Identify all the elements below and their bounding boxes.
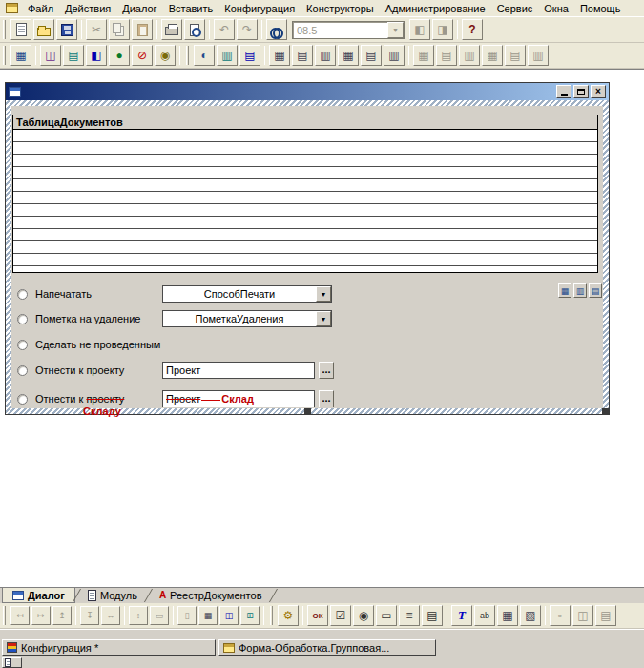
dropdown-arrow-icon[interactable]: ▼ [316, 286, 331, 302]
print-method-dropdown[interactable]: СпособПечати ▼ [162, 285, 332, 303]
users-button[interactable]: ◐ [194, 45, 215, 66]
close-button[interactable]: × [591, 85, 606, 98]
radio-deletion-mark[interactable] [17, 314, 28, 324]
grid-align-button-2[interactable]: ▥ [573, 283, 587, 298]
menu-actions[interactable]: Действия [59, 1, 116, 16]
object-action-button-1[interactable]: ▦ [413, 45, 434, 66]
tab-registry[interactable]: А РеестрДокументов [150, 588, 272, 603]
minimized-module-window[interactable] [2, 657, 22, 668]
zoom-dropdown-arrow-icon[interactable]: ▼ [387, 22, 404, 38]
state-button-3[interactable]: ◉ [155, 45, 176, 66]
help-button[interactable]: ? [462, 19, 483, 40]
tab-module[interactable]: Модуль [78, 588, 147, 603]
menu-administration[interactable]: Администрирование [380, 1, 491, 16]
insert-combobox-control[interactable]: ▤ [422, 605, 443, 626]
state-button-1[interactable]: ● [109, 45, 130, 66]
toolbar-grip[interactable] [270, 606, 273, 625]
object-action-button-2[interactable]: ▤ [436, 45, 457, 66]
form-resize-handle-bottom[interactable] [304, 408, 311, 414]
menu-configuration[interactable]: Конфигурация [218, 1, 301, 16]
project-field-corrected[interactable]: ПроектСклад [162, 390, 315, 407]
minimized-configuration-window[interactable]: Конфигурация * [2, 639, 216, 656]
object-action-button-3[interactable]: ▥ [459, 45, 480, 66]
menu-service[interactable]: Сервис [491, 1, 539, 16]
open-button[interactable] [33, 19, 54, 40]
menu-constructors[interactable]: Конструкторы [301, 1, 380, 16]
insert-checkbox-control[interactable]: ☑ [330, 605, 351, 626]
radio-unpost[interactable] [17, 340, 28, 350]
radio-print[interactable] [17, 289, 28, 300]
save-button[interactable] [56, 19, 77, 40]
form-window-titlebar[interactable]: × [6, 83, 609, 100]
space-horizontal-button[interactable]: ↔ [101, 606, 120, 625]
misc-control-button-3[interactable]: ▤ [595, 605, 616, 626]
grid-align-button-3[interactable]: ▤ [589, 283, 602, 298]
object-action-button-5[interactable]: ▤ [505, 45, 526, 66]
layers-button[interactable]: ⊞ [240, 606, 260, 625]
menu-windows[interactable]: Окна [538, 1, 574, 16]
metadata-button-3[interactable]: ◧ [86, 45, 107, 66]
edit-object-button-4[interactable]: ▦ [338, 45, 359, 66]
same-width-button[interactable]: ▭ [150, 606, 169, 625]
object-action-button-4[interactable]: ▦ [482, 45, 503, 66]
toolbar-grip[interactable] [186, 46, 189, 65]
edit-object-button-5[interactable]: ▤ [361, 45, 382, 66]
misc-control-button-1[interactable]: ▫ [550, 605, 571, 626]
misc-control-button-2[interactable]: ◫ [572, 605, 593, 626]
align-bottom-button[interactable]: ↧ [80, 606, 99, 625]
edit-object-button-3[interactable]: ▥ [315, 45, 336, 66]
deletion-mark-dropdown[interactable]: ПометкаУдаления ▼ [162, 310, 332, 327]
insert-radio-control[interactable]: ◉ [353, 605, 374, 626]
dropdown-arrow-icon[interactable]: ▼ [316, 311, 331, 326]
form-designer-window[interactable]: × ТаблицаДокументов Напечатать СпособПеч… [5, 82, 610, 415]
maximize-button[interactable] [573, 85, 589, 98]
copy-button[interactable] [109, 19, 130, 40]
insert-list-control[interactable]: ≡ [399, 605, 420, 626]
extra-tool-button-1[interactable]: ◧ [409, 19, 430, 40]
object-action-button-6[interactable]: ▥ [528, 45, 549, 66]
toolbar-grip[interactable] [3, 606, 6, 625]
paste-button[interactable] [132, 19, 153, 40]
minimize-button[interactable] [556, 85, 571, 98]
toolbar-grip[interactable] [3, 20, 6, 39]
minimized-form-window[interactable]: Форма-Обработка.Групповая... [218, 639, 436, 656]
insert-label-control[interactable]: T [451, 605, 472, 626]
print-preview-button[interactable] [184, 19, 205, 40]
zoom-combobox[interactable]: 08.5 ▼ [292, 21, 405, 39]
form-canvas[interactable]: ТаблицаДокументов Напечатать СпособПечат… [11, 106, 603, 408]
menu-file[interactable]: Файл [22, 1, 59, 16]
metadata-button-2[interactable]: ▤ [63, 45, 84, 66]
same-height-button[interactable]: ▯ [177, 606, 197, 625]
project-corrected-browse-button[interactable]: ... [319, 390, 334, 407]
space-vertical-button[interactable]: ↕ [129, 606, 148, 625]
print-button[interactable] [161, 19, 182, 40]
edit-object-button-1[interactable]: ▦ [269, 45, 290, 66]
form-selection-hatch-border[interactable]: ТаблицаДокументов Напечатать СпособПечат… [6, 100, 609, 414]
insert-frame-control[interactable]: ▭ [376, 605, 397, 626]
undo-button[interactable]: ↶ [214, 19, 235, 40]
grid-toggle-button[interactable]: ▦ [198, 606, 218, 625]
mdi-child-window-icon[interactable] [6, 3, 18, 13]
form-window-icon[interactable] [9, 87, 21, 97]
snap-grid-button[interactable]: ◫ [219, 606, 239, 625]
project-browse-button[interactable]: ... [319, 362, 334, 379]
insert-edit-control[interactable]: ab [474, 605, 495, 626]
radio-project[interactable] [17, 365, 28, 376]
new-button[interactable] [10, 19, 31, 40]
state-button-2[interactable]: ⊘ [132, 45, 153, 66]
project-field[interactable]: Проект [162, 362, 315, 379]
documents-table-control[interactable]: ТаблицаДокументов [12, 115, 598, 273]
interfaces-button[interactable]: ▤ [239, 45, 260, 66]
menu-dialog[interactable]: Диалог [116, 1, 162, 16]
find-button[interactable] [266, 19, 287, 40]
menu-insert[interactable]: Вставить [163, 1, 219, 16]
rights-button[interactable]: ▥ [217, 45, 238, 66]
insert-picture-control[interactable]: ▧ [520, 605, 541, 626]
menu-help[interactable]: Помощь [574, 1, 627, 16]
insert-table-control[interactable]: ▦ [497, 605, 518, 626]
toolbar-grip[interactable] [3, 46, 6, 65]
cut-button[interactable]: ✂ [86, 19, 107, 40]
radio-project-corrected[interactable] [17, 394, 28, 405]
metadata-button-1[interactable]: ◫ [40, 45, 61, 66]
insert-button-control[interactable]: ОК [307, 605, 328, 626]
